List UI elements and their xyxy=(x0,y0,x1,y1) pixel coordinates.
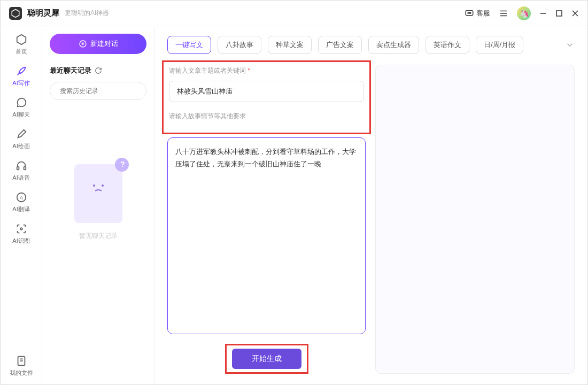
sidebar-item-label: AI聊天 xyxy=(12,111,29,119)
new-chat-button[interactable]: 新建对话 xyxy=(50,34,146,54)
window-close-button[interactable] xyxy=(571,10,579,17)
sidebar-item-ai-translate[interactable]: A AI翻译 xyxy=(12,191,29,213)
sidebar-item-my-files[interactable]: 我的文件 xyxy=(10,355,33,377)
title-bar: 聪明灵犀 更聪明的AI神器 客服 🦄 xyxy=(1,1,587,26)
search-input[interactable] xyxy=(60,87,140,95)
main-area: 一键写文 八卦故事 种草文案 广告文案 卖点生成器 英语作文 日/周/月报 请输… xyxy=(154,26,587,384)
refresh-icon[interactable] xyxy=(95,67,102,74)
header-right: 客服 🦄 xyxy=(465,6,579,20)
svg-marker-12 xyxy=(17,35,26,44)
brush-icon xyxy=(16,128,27,140)
empty-illustration xyxy=(74,164,122,223)
topic-label: 请输入文章主题或者关键词 * xyxy=(169,66,364,75)
svg-point-4 xyxy=(470,12,471,13)
sidebar-item-label: 首页 xyxy=(16,48,27,56)
button-row: 开始生成 xyxy=(167,344,366,374)
headphones-icon xyxy=(16,160,27,172)
secondary-panel: 新建对话 最近聊天记录 暂无聊天记录 xyxy=(42,26,154,384)
svg-point-2 xyxy=(468,12,469,13)
app-subtitle: 更聪明的AI神器 xyxy=(65,9,109,18)
required-mark: * xyxy=(247,67,250,74)
recent-header-label: 最近聊天记录 xyxy=(50,66,91,75)
svg-point-18 xyxy=(20,228,22,230)
customer-service-label: 客服 xyxy=(476,9,490,18)
topic-input[interactable] xyxy=(169,81,364,102)
window-maximize-button[interactable] xyxy=(555,10,563,17)
svg-point-27 xyxy=(93,184,95,187)
tab-selling-point[interactable]: 卖点生成器 xyxy=(368,36,419,54)
file-icon xyxy=(16,355,27,367)
recent-header: 最近聊天记录 xyxy=(50,66,146,75)
hexagon-icon xyxy=(16,34,27,45)
sidebar-item-ai-voice[interactable]: AI语音 xyxy=(12,160,29,182)
sidebar-item-label: AI识图 xyxy=(12,237,29,245)
svg-rect-14 xyxy=(17,167,19,170)
generate-button[interactable]: 开始生成 xyxy=(232,349,301,369)
sidebar-item-label: AI语音 xyxy=(12,174,29,182)
svg-rect-9 xyxy=(556,11,562,16)
app-logo-icon xyxy=(9,7,22,20)
form-column: 请输入文章主题或者关键词 * 请输入故事情节等其他要求 开始生成 xyxy=(167,65,366,374)
translate-icon: A xyxy=(16,191,27,203)
tab-english-essay[interactable]: 英语作文 xyxy=(425,36,469,54)
tab-ad-copy[interactable]: 广告文案 xyxy=(318,36,362,54)
sidebar: 首页 AI写作 AI聊天 AI绘画 AI语音 A AI翻译 AI识图 xyxy=(1,26,42,384)
camera-icon xyxy=(16,223,27,235)
svg-rect-15 xyxy=(24,167,26,170)
search-box[interactable] xyxy=(50,82,146,100)
customer-service-button[interactable]: 客服 xyxy=(465,9,490,18)
chat-icon xyxy=(16,97,27,109)
sidebar-item-ai-chat[interactable]: AI聊天 xyxy=(12,97,29,119)
content-row: 请输入文章主题或者关键词 * 请输入故事情节等其他要求 开始生成 xyxy=(167,65,575,374)
sidebar-item-label: AI写作 xyxy=(12,79,29,87)
detail-textarea[interactable] xyxy=(167,137,366,334)
empty-state: 暂无聊天记录 xyxy=(50,164,146,384)
sidebar-item-ai-writing[interactable]: AI写作 xyxy=(12,65,29,87)
output-column xyxy=(375,65,575,374)
svg-point-3 xyxy=(469,12,470,13)
tab-gossip-story[interactable]: 八卦故事 xyxy=(218,36,261,54)
tab-seed-copy[interactable]: 种草文案 xyxy=(268,36,312,54)
app-title: 聪明灵犀 xyxy=(27,8,59,18)
sidebar-item-label: AI翻译 xyxy=(12,205,29,213)
generate-highlight-frame: 开始生成 xyxy=(225,344,308,374)
menu-button[interactable] xyxy=(499,9,508,18)
sidebar-item-label: AI绘画 xyxy=(12,142,29,150)
sidebar-item-ai-vision[interactable]: AI识图 xyxy=(12,223,29,245)
tab-report[interactable]: 日/周/月报 xyxy=(476,36,523,54)
detail-label: 请输入故事情节等其他要求 xyxy=(169,112,364,121)
tabs-row: 一键写文 八卦故事 种草文案 广告文案 卖点生成器 英语作文 日/周/月报 xyxy=(167,36,575,54)
feather-icon xyxy=(16,65,27,77)
sidebar-item-label: 我的文件 xyxy=(10,369,33,377)
svg-marker-0 xyxy=(12,9,19,17)
svg-text:A: A xyxy=(19,195,23,201)
new-chat-label: 新建对话 xyxy=(90,39,118,49)
sidebar-item-home[interactable]: 首页 xyxy=(16,34,27,56)
empty-text: 暂无聊天记录 xyxy=(79,232,118,241)
chevron-down-icon xyxy=(565,40,575,50)
sidebar-item-ai-draw[interactable]: AI绘画 xyxy=(12,128,29,150)
header-brand: 聪明灵犀 更聪明的AI神器 xyxy=(9,7,109,20)
input-highlight-frame: 请输入文章主题或者关键词 * 请输入故事情节等其他要求 xyxy=(162,60,371,134)
tab-one-click-write[interactable]: 一键写文 xyxy=(167,36,211,54)
svg-point-28 xyxy=(102,184,104,187)
tabs-expand-button[interactable] xyxy=(565,40,575,50)
plus-circle-icon xyxy=(79,40,87,48)
window-minimize-button[interactable] xyxy=(539,10,547,17)
avatar[interactable]: 🦄 xyxy=(517,6,531,20)
